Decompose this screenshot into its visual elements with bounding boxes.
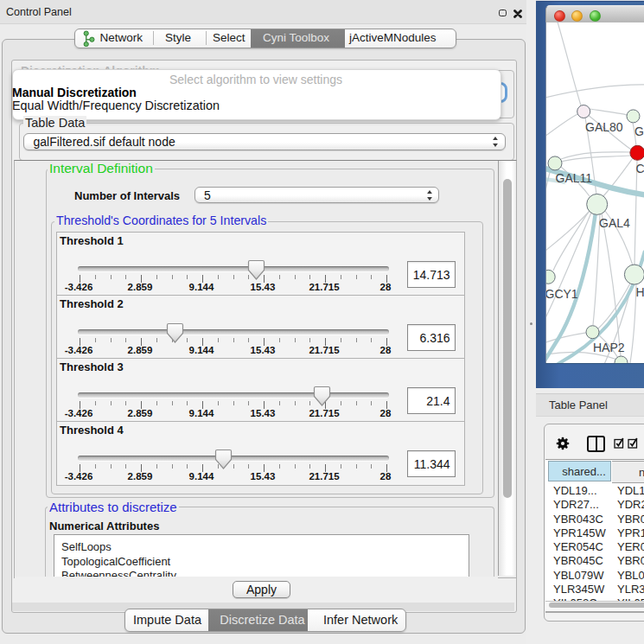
- svg-text:GCY1: GCY1: [546, 287, 578, 301]
- svg-text:G: G: [634, 124, 644, 138]
- svg-text:GAL11: GAL11: [556, 171, 593, 185]
- svg-text:H: H: [636, 285, 644, 299]
- svg-text:C: C: [636, 162, 644, 175]
- svg-text:GAL4: GAL4: [599, 216, 630, 230]
- svg-text:GAL80: GAL80: [585, 120, 623, 134]
- svg-text:HAP2: HAP2: [593, 341, 625, 354]
